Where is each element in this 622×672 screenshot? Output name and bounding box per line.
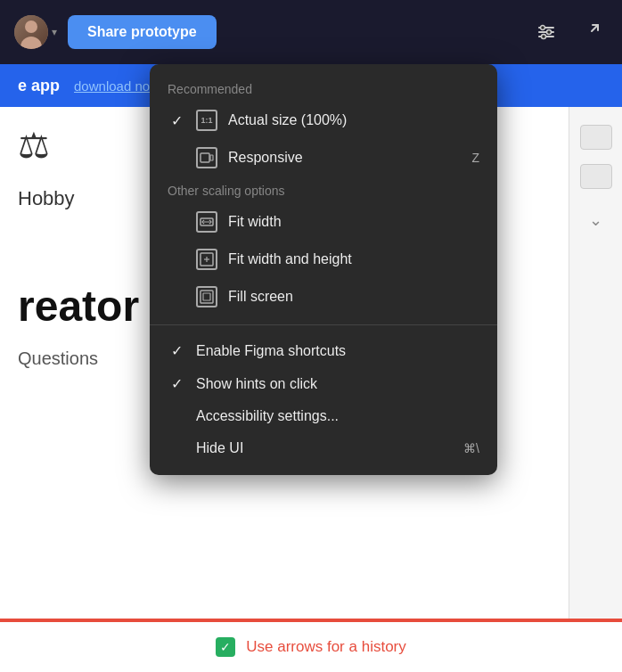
scales-icon: ⚖ — [18, 125, 50, 166]
banner-app-text: e app — [18, 77, 60, 95]
fit-width-icon — [196, 211, 217, 233]
avatar — [14, 15, 48, 49]
menu-item-enable-shortcuts[interactable]: ✓ Enable Figma shortcuts — [150, 334, 497, 367]
expand-icon-button[interactable] — [574, 19, 608, 45]
svg-rect-8 — [210, 155, 213, 160]
expand-icon — [581, 22, 601, 42]
accessibility-label: Accessibility settings... — [196, 408, 479, 424]
responsive-icon — [196, 147, 217, 168]
check-show-hints: ✓ — [168, 375, 185, 392]
hide-ui-label: Hide UI — [196, 440, 453, 456]
menu-item-responsive[interactable]: Responsive Z — [150, 139, 497, 176]
chevron-down-icon: ▾ — [52, 26, 57, 38]
show-hints-label: Show hints on click — [196, 376, 479, 392]
filter-icon-button[interactable] — [529, 19, 563, 45]
other-scaling-label: Other scaling options — [150, 176, 497, 203]
panel-thumb-2 — [580, 164, 612, 189]
menu-item-fit-width-height[interactable]: Fit width and height — [150, 241, 497, 278]
check-actual-size: ✓ — [168, 112, 185, 129]
menu-item-fill-screen[interactable]: Fill screen — [150, 278, 497, 316]
menu-item-hide-ui[interactable]: Hide UI ⌘\ — [150, 432, 497, 464]
sliders-icon — [536, 22, 556, 42]
menu-item-fit-width[interactable]: Fit width — [150, 203, 497, 241]
bottom-text: Use arrows for a history — [246, 638, 406, 656]
svg-point-4 — [547, 30, 552, 35]
right-panel: ⌄ — [569, 107, 622, 620]
recommended-label: Recommended — [150, 75, 497, 102]
bottom-checkbox[interactable]: ✓ — [216, 637, 235, 657]
menu-item-actual-size[interactable]: ✓ 1:1 Actual size (100%) — [150, 102, 497, 139]
svg-rect-14 — [201, 291, 213, 303]
bottom-bar: ✓ Use arrows for a history — [0, 620, 622, 672]
dropdown-menu: Recommended ✓ 1:1 Actual size (100%) Res… — [150, 64, 497, 475]
svg-point-5 — [542, 35, 546, 39]
fit-width-label: Fit width — [228, 214, 479, 230]
menu-item-show-hints[interactable]: ✓ Show hints on click — [150, 367, 497, 400]
fit-width-height-label: Fit width and height — [228, 251, 479, 267]
fill-screen-icon — [196, 286, 217, 307]
check-enable-shortcuts: ✓ — [168, 342, 185, 359]
panel-thumb-1 — [580, 125, 612, 150]
responsive-shortcut: Z — [471, 151, 479, 165]
svg-line-6 — [592, 25, 598, 31]
hobby-label: Hobby — [18, 187, 75, 210]
share-prototype-button[interactable]: Share prototype — [68, 15, 217, 49]
fill-screen-label: Fill screen — [228, 289, 479, 305]
hide-ui-shortcut: ⌘\ — [463, 441, 479, 455]
avatar-wrapper[interactable]: ▾ — [14, 15, 57, 49]
enable-shortcuts-label: Enable Figma shortcuts — [196, 343, 479, 359]
actual-size-label: Actual size (100%) — [228, 112, 479, 128]
panel-chevron-icon[interactable]: ⌄ — [589, 210, 602, 230]
responsive-label: Responsive — [228, 150, 461, 166]
svg-rect-15 — [203, 293, 210, 300]
actual-size-icon: 1:1 — [196, 110, 217, 131]
topbar: ▾ Share prototype — [0, 0, 622, 64]
svg-point-3 — [541, 26, 545, 30]
menu-divider — [150, 324, 497, 325]
fit-width-height-icon — [196, 249, 217, 270]
svg-rect-7 — [201, 153, 209, 162]
menu-item-accessibility[interactable]: Accessibility settings... — [150, 400, 497, 432]
